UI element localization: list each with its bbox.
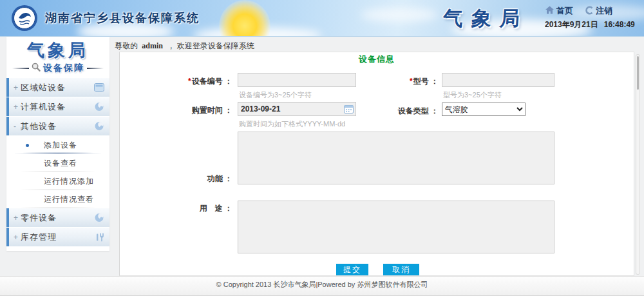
system-title: 湖南省宁乡县设备保障系统 [45, 10, 200, 26]
divider-line [12, 68, 29, 69]
logout-icon [585, 6, 594, 17]
expand-indicator: + [14, 103, 21, 112]
swirl-icon [94, 102, 104, 112]
purchase-date-label: 购置时间 ： [139, 105, 232, 116]
sidebar-item-regional-station-equipment[interactable]: + 区域站设备 [6, 78, 109, 97]
selected-bullet-icon [26, 144, 29, 147]
logout-link[interactable]: 注销 [585, 5, 612, 17]
expand-indicator: + [14, 213, 21, 222]
home-icon [545, 6, 554, 16]
greeting-suffix: ， 欢迎登录设备保障系统 [167, 41, 254, 50]
swirl-icon [94, 121, 104, 131]
sidebar-logo: 气象局 设备保障 [6, 37, 109, 77]
purpose-label: 用 途 ： [139, 203, 232, 214]
home-link-label: 首页 [556, 5, 573, 17]
collapse-indicator: - [14, 122, 21, 131]
device-info-form: 设备信息 *设备编号 ： *型号 ： 设备编号为3~25个字符 型号为3~25个… [119, 52, 634, 276]
home-link[interactable]: 首页 [545, 5, 573, 17]
function-label: 功能 ： [139, 173, 232, 184]
tools-icon [95, 233, 104, 242]
model-hint: 型号为3~25个字符 [443, 90, 502, 100]
sidebar-menu: + 区域站设备 + 计算机设备 [6, 78, 109, 246]
header-nav: 首页 注销 [545, 5, 612, 17]
bureau-logo-icon [10, 4, 39, 35]
sidebar-item-label: 库存管理 [21, 232, 57, 243]
submenu-item-add-equipment[interactable]: 添加设备 [6, 136, 109, 154]
header-time: 16:48:49 [604, 20, 635, 29]
welcome-message: 尊敬的 admin ， 欢迎登录设备保障系统 [115, 41, 254, 52]
expand-indicator: + [14, 233, 21, 242]
submenu-item-view-running-status[interactable]: 运行情况查看 [6, 190, 109, 208]
required-mark: * [410, 77, 413, 86]
sidebar-item-other-equipment[interactable]: - 其他设备 [6, 117, 109, 135]
sidebar-logo-subtitle-row: 设备保障 [6, 63, 109, 74]
footer: © Copyright 2013 长沙市气象局|Powered by 苏州梦图软… [0, 276, 644, 296]
sidebar-item-label: 区域站设备 [21, 82, 66, 94]
copyright-text: © Copyright 2013 长沙市气象局|Powered by 苏州梦图软… [216, 281, 428, 288]
vertical-scrollbar[interactable] [636, 54, 640, 275]
submenu-item-view-equipment[interactable]: 设备查看 [6, 154, 109, 172]
greeting-username: admin [142, 41, 163, 50]
submenu-item-label: 设备查看 [44, 159, 77, 168]
swirl-icon [94, 213, 104, 222]
sidebar-item-parts-equipment[interactable]: + 零件设备 [6, 208, 109, 227]
calendar-icon[interactable] [344, 104, 354, 113]
header-date: 2013年9月21日 [545, 20, 598, 29]
window-icon [94, 83, 104, 92]
sidebar-submenu-other-equipment: 添加设备 设备查看 运行情况添加 运行情况查看 [6, 136, 109, 208]
submenu-item-add-running-status[interactable]: 运行情况添加 [6, 172, 109, 190]
form-title: 设备信息 [120, 54, 634, 65]
sun-decoration [219, 0, 270, 37]
purchase-date-input[interactable] [238, 102, 356, 116]
purpose-textarea[interactable] [238, 201, 554, 253]
divider-line [87, 68, 104, 69]
cancel-button[interactable]: 取消 [383, 264, 419, 275]
model-label: *型号 ： [377, 76, 439, 87]
expand-indicator: + [14, 83, 21, 92]
sidebar-item-inventory-management[interactable]: + 库存管理 [6, 228, 109, 246]
magnifier-icon [32, 63, 41, 74]
submenu-item-label: 运行情况添加 [44, 177, 94, 186]
submit-button[interactable]: 提交 [336, 264, 368, 275]
required-mark: * [188, 77, 191, 86]
sidebar-item-label: 零件设备 [21, 212, 57, 224]
sidebar-logo-subtitle: 设备保障 [43, 63, 84, 74]
page: 湖南省宁乡县设备保障系统 气象局 首页 注销 2013年9月21日16:48:4… [0, 0, 644, 296]
sidebar-item-label: 其他设备 [21, 121, 57, 132]
purchase-date-hint: 购置时间为如下格式YYYY-MM-dd [239, 119, 345, 129]
header: 湖南省宁乡县设备保障系统 气象局 首页 注销 2013年9月21日16:48:4… [0, 0, 644, 37]
sidebar-logo-title: 气象局 [6, 39, 109, 62]
device-type-select[interactable]: 气溶胶 [442, 103, 526, 116]
device-type-label: 设备类型 ： [377, 106, 439, 117]
greeting-prefix: 尊敬的 [115, 41, 138, 50]
model-input[interactable] [442, 73, 554, 87]
sidebar: 气象局 设备保障 + 区域站设备 [6, 37, 109, 251]
brand-title: 气象局 [442, 5, 529, 32]
device-no-hint: 设备编号为3~25个字符 [239, 90, 312, 100]
scrollbar-thumb[interactable] [637, 56, 639, 90]
sidebar-item-label: 计算机设备 [21, 101, 66, 113]
device-no-input[interactable] [238, 73, 356, 87]
sidebar-item-computer-equipment[interactable]: + 计算机设备 [6, 97, 109, 116]
function-textarea[interactable] [238, 132, 554, 184]
submenu-item-label: 添加设备 [44, 141, 77, 150]
logout-link-label: 注销 [596, 5, 612, 17]
submenu-item-label: 运行情况查看 [44, 195, 94, 204]
cloud-decoration [361, 8, 438, 22]
device-no-label: *设备编号 ： [139, 76, 232, 87]
header-datetime: 2013年9月21日16:48:49 [545, 19, 635, 30]
